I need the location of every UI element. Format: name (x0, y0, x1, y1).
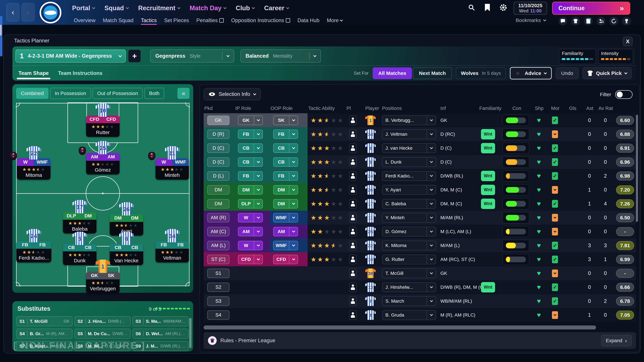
pitch-tab-in-possession[interactable]: In Possession (50, 88, 91, 99)
pitch-player-g-mez[interactable]: 25AMAM★★★★★★★★★★Gómez (84, 141, 121, 174)
pkd-chip[interactable]: S4 (207, 310, 230, 320)
squad-row-y-ayari[interactable]: DMDMDM★★★★★★★★★★26Y. AyariDM, M (C)Wnt♥1… (204, 183, 636, 197)
player-select[interactable]: G. Rutter (382, 255, 436, 264)
sync-icon[interactable] (610, 17, 618, 25)
oop-role-select[interactable]: CB (273, 143, 298, 153)
ip-role-select[interactable]: CB (238, 157, 263, 167)
pitch-tab-both[interactable]: Both (144, 88, 164, 99)
column-header-pl[interactable]: Pl (346, 106, 364, 111)
main-nav-item-portal[interactable]: Portal (72, 4, 95, 12)
substitute-chip-s2[interactable]: S2J. Hins...D/WB (R),... (74, 316, 130, 326)
person-icon[interactable] (349, 115, 356, 125)
oop-role-select[interactable]: CFD (273, 255, 298, 264)
squad-row-ferdi-kad-o-[interactable]: D (L)FBFB★★★★★★★★★★24Ferdi Kadıo...D/WB … (204, 169, 636, 183)
ip-role-select[interactable]: CFD (238, 255, 263, 264)
squad-row-j-van-hecke[interactable]: D (C)CBCB★★★★★★★★★★6J. van HeckeD (C)Wnt… (204, 141, 636, 155)
column-header-pkd[interactable]: Pkd (204, 106, 234, 111)
player-select[interactable]: Y. Ayari (382, 185, 436, 195)
pkd-chip[interactable]: D (C) (207, 157, 230, 167)
ip-role-select[interactable]: FB (238, 171, 263, 181)
player-select[interactable]: Ferdi Kadıo... (382, 171, 436, 181)
squad-row-s-march[interactable]: S37S. MarchWB/M/AM (RL)♥✓026.78 (204, 294, 636, 308)
ip-role-select[interactable]: GK (238, 116, 263, 125)
person-icon[interactable] (349, 282, 356, 292)
squad-row-j-hinshelw-[interactable]: S213J. Hinshelw...D/WB (R), DM, M (C)Wnt… (204, 280, 636, 294)
sub-nav-item-overview[interactable]: Overview (74, 16, 96, 25)
squad-row-g-rutter[interactable]: ST (C)CFDCFD★★★★★★★★★★10G. RutterAM (RC)… (204, 252, 636, 266)
pkd-chip[interactable]: AM (R) (207, 213, 230, 222)
main-nav-item-squad[interactable]: Squad (104, 4, 128, 12)
pitch-player-veltman[interactable]: 34FBFB★★★★★★★★★★Veltman (154, 229, 191, 263)
squad-row-k-mitoma[interactable]: AM (L)WWMF★★★★★★★★★★22K. MitomaM/AM (L)♥… (204, 239, 636, 252)
main-nav-item-match-day[interactable]: Match Day (190, 4, 226, 12)
player-select[interactable]: T. McGill (382, 269, 436, 278)
sub-nav-item-penalties[interactable]: Penalties (196, 16, 224, 25)
pitch-player-minteh[interactable]: 11WWMF★★★★★★★★★★Minteh (154, 146, 191, 180)
next-opponent-chip[interactable]: Wolves In 5 days (456, 67, 506, 79)
pkd-chip[interactable]: ST (C) (207, 255, 230, 264)
ip-role-select[interactable]: W (238, 213, 263, 222)
person-icon[interactable] (349, 310, 356, 320)
column-header-mor[interactable]: Mor (546, 106, 563, 111)
main-nav-item-recruitment[interactable]: Recruitment (138, 4, 180, 12)
person-icon[interactable] (349, 199, 356, 209)
sub-nav-item-opposition-instructions[interactable]: Opposition Instructions (231, 16, 290, 25)
pkd-chip[interactable]: GK (207, 116, 230, 125)
column-header-con[interactable]: Con (502, 106, 531, 111)
bookmarks-dropdown[interactable]: Bookmarks (516, 17, 546, 23)
game-date-widget[interactable]: 11/10/2025 Wed11:00 (514, 2, 547, 15)
pkd-chip[interactable]: DM (207, 185, 230, 195)
report-card-icon[interactable] (584, 17, 593, 25)
scout-search-icon[interactable] (597, 17, 606, 25)
pitch-player-mitoma[interactable]: 22WWMF★★★★★★★★★★Mitoma (15, 146, 52, 180)
oop-role-select[interactable]: AM (273, 227, 298, 236)
gear-icon[interactable] (500, 4, 507, 11)
pitch-player-verbruggen[interactable]: 1GKSK★★★★★★★★★★Verbruggen (84, 260, 121, 293)
player-select[interactable]: Y. Minteh (382, 213, 436, 223)
player-select[interactable]: B. Gruda (382, 310, 436, 320)
chat-icon[interactable] (558, 17, 567, 25)
set-for-all-matches[interactable]: All Matches (373, 67, 412, 79)
bookmark-icon[interactable] (484, 4, 491, 11)
player-select[interactable]: B. Verbrugg... (382, 115, 436, 125)
sub-nav-item-match-squad[interactable]: Match Squad (103, 16, 134, 25)
formation-select[interactable]: 1 4-2-3-1 DM AM Wide - Gegenpress (16, 49, 126, 62)
pkd-chip[interactable]: D (R) (207, 130, 230, 139)
pkd-chip[interactable]: DM (207, 199, 230, 209)
column-header-positions[interactable]: Positions (381, 106, 440, 111)
oop-role-select[interactable]: WMF (273, 241, 298, 250)
pkd-chip[interactable]: S2 (207, 283, 230, 292)
tab-team-shape[interactable]: Team Shape (18, 68, 49, 79)
close-icon[interactable]: X (623, 37, 632, 46)
column-header-av-rat[interactable]: Av Rat (598, 106, 613, 111)
oop-role-select[interactable]: FB (273, 130, 298, 139)
substitutes-scrollbar[interactable] (189, 318, 192, 348)
squad-row-c-baleba[interactable]: DMDLPDM★★★★★★★★★★17C. BalebaDM, M (C)Wnt… (204, 197, 636, 211)
filter-toggle[interactable] (615, 90, 632, 99)
pitch-player-ayari[interactable]: 26DMDM★★★★★★★★★★Ayari (108, 202, 145, 236)
ip-role-select[interactable]: DLP (238, 199, 263, 209)
set-for-next-match[interactable]: Next Match (413, 67, 452, 79)
pitch-player-baleba[interactable]: 17DLPDM★★★★★★★★★★Baleba (61, 200, 98, 233)
person-icon[interactable] (349, 255, 356, 264)
shirt-icon[interactable] (571, 17, 580, 25)
advice-button[interactable]: ★ Advice (510, 67, 552, 79)
player-select[interactable]: J. van Hecke (382, 143, 436, 153)
pitch-tab-out-of-possession[interactable]: Out of Possession (92, 88, 143, 99)
squad-row-d-g-mez[interactable]: AM (C)AMAM★★★★★★★★★★25D. GómezM (LC), AM… (204, 225, 636, 239)
substitute-chip-s4[interactable]: S4B. Gr...M (R), AM (... (16, 329, 72, 339)
person-icon[interactable] (349, 143, 356, 153)
main-nav-item-club[interactable]: Club (236, 4, 254, 12)
squad-row-j-veltman[interactable]: D (R)FBFB★★★★★★★★★★34J. VeltmanD (RC)Wnt… (204, 127, 636, 141)
mentality-select[interactable]: Balanced Mentality (240, 49, 321, 62)
column-header-shp[interactable]: Shp (531, 106, 546, 111)
horizontal-scrollbar[interactable] (204, 326, 636, 330)
oop-role-select[interactable]: DM (273, 199, 298, 209)
sub-nav-item-more[interactable]: More (327, 16, 343, 25)
add-tactic-button[interactable]: + (128, 49, 141, 62)
oop-role-select[interactable]: CB (273, 157, 298, 167)
expand-button[interactable]: Expand › (601, 335, 632, 346)
person-icon[interactable] (349, 171, 356, 181)
player-select[interactable]: D. Gómez (382, 227, 436, 237)
player-select[interactable]: K. Mitoma (382, 241, 436, 250)
